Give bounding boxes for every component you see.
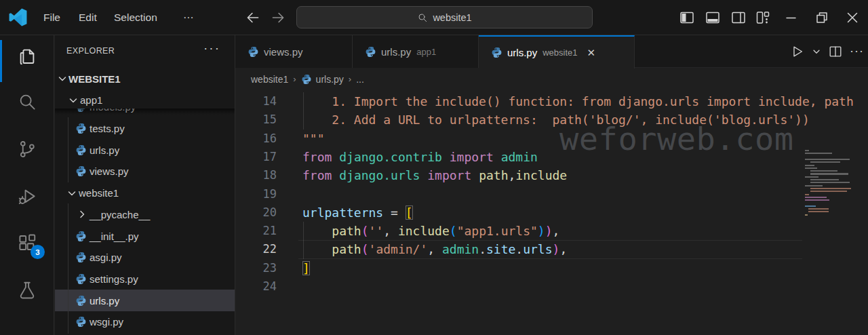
layout-panel-icon[interactable] (705, 9, 721, 26)
code-token: import (427, 168, 471, 182)
code-token: urlpatterns (302, 205, 383, 220)
line-number: 22 (235, 240, 277, 258)
tree-item-wsgipy[interactable]: wsgi.py (55, 311, 235, 333)
minimap-line (810, 182, 850, 183)
back-arrow-icon[interactable] (244, 9, 262, 26)
python-icon (75, 165, 87, 177)
code-token: ] (302, 261, 310, 275)
tree-item-urlspy[interactable]: urls.py (55, 139, 235, 161)
code-token: include (398, 224, 450, 238)
code-token: '' (369, 224, 384, 238)
tab-label: urls.py (507, 47, 537, 58)
code-line-15: 15 2. Add a URL to urlpatterns: path('bl… (235, 111, 802, 129)
code-line-24: 24 (235, 277, 802, 296)
close-icon[interactable] (844, 9, 861, 26)
line-number: 19 (235, 185, 277, 203)
search-value: website1 (433, 12, 471, 23)
code-token (302, 224, 332, 238)
forward-arrow-icon[interactable] (269, 9, 287, 26)
activity-bar: 3 (0, 35, 54, 335)
code-editor[interactable]: weforweb.com 14 1. Import the include() … (235, 90, 868, 335)
activitybar-item-testing[interactable] (0, 271, 54, 311)
line-number: 21 (235, 222, 277, 240)
tree-item-label: __init__.py (90, 231, 139, 242)
line-tokens: from django.contrib import admin (302, 148, 538, 166)
menu-edit[interactable]: Edit (75, 0, 101, 35)
python-icon (75, 316, 87, 328)
line-tokens: ] (302, 259, 310, 277)
tree-item-label: wsgi.py (90, 316, 123, 328)
vscode-logo-icon (9, 8, 27, 26)
tree-item-pycache[interactable]: __pycache__ (55, 203, 235, 225)
debug-icon (17, 186, 37, 209)
layout-sidebar-left-icon[interactable] (679, 9, 695, 26)
testing-icon (17, 280, 37, 302)
command-center-search[interactable]: website1 (296, 6, 593, 28)
python-icon (248, 46, 259, 58)
tab-urlspy-app1[interactable]: urls.pyapp1 (353, 35, 479, 68)
tree-item-viewspy[interactable]: views.py (55, 161, 235, 182)
sticky-scroll-shadow (55, 109, 235, 115)
line-tokens: urlpatterns = [ (302, 203, 413, 222)
tree-item-asgipy[interactable]: asgi.py (55, 247, 235, 269)
activitybar-item-explorer[interactable] (0, 37, 54, 77)
python-icon (75, 295, 87, 307)
editor-group: views.pyurls.pyapp1urls.pywebsite1✕ ··· … (235, 35, 868, 335)
code-token: path (479, 168, 508, 182)
tree-item-settingspy[interactable]: settings.py (55, 268, 235, 290)
breadcrumb-item[interactable]: urls.py (316, 74, 344, 85)
code-token: "app1.urls" (457, 224, 538, 238)
menu-selection[interactable]: Selection (110, 0, 161, 35)
tree-item-website1[interactable]: website1 (55, 182, 235, 204)
restore-icon[interactable] (814, 9, 830, 26)
activitybar-item-search[interactable] (0, 83, 54, 122)
activitybar-item-source-control[interactable] (0, 130, 54, 170)
source-control-icon (17, 139, 37, 161)
layout-customize-icon[interactable] (755, 9, 771, 26)
scrollbar-area[interactable] (860, 145, 868, 335)
tree-item-initpy[interactable]: __init__.py (55, 225, 235, 247)
minimap-line (810, 179, 839, 180)
tree-folder-app1[interactable]: app1 (55, 90, 235, 111)
tree-root-website1[interactable]: WEBSITE1 (55, 68, 235, 90)
tree-item-testspy[interactable]: tests.py (55, 118, 235, 140)
line-number: 16 (235, 130, 277, 148)
tree-item-label: __pycache__ (90, 209, 150, 220)
code-token: from (302, 150, 332, 164)
code-line-16: 16""" (235, 130, 802, 148)
python-icon (75, 273, 87, 285)
tree-item-label: asgi.py (90, 252, 122, 263)
tab-urlspy-website1[interactable]: urls.pywebsite1✕ (479, 35, 635, 68)
minimap[interactable] (802, 145, 860, 335)
minimize-icon[interactable] (783, 9, 800, 26)
more-actions[interactable]: ··· (850, 44, 864, 59)
breadcrumb-item[interactable]: website1 (251, 74, 288, 85)
minimap-line (805, 199, 829, 201)
code-token: include (515, 168, 567, 182)
code-token: from (302, 168, 332, 182)
menu-file[interactable]: File (39, 0, 64, 35)
python-icon (365, 46, 376, 58)
minimap-line (805, 159, 850, 160)
line-tokens: from django.urls import path,include (302, 166, 567, 184)
tab-viewspy[interactable]: views.py (235, 35, 353, 68)
activitybar-item-extensions[interactable]: 3 (0, 224, 54, 263)
chevron-down-icon (66, 188, 77, 199)
minimap-line (805, 153, 832, 154)
tree-item-label: views.py (90, 165, 129, 177)
activitybar-item-run-and-debug[interactable] (0, 178, 54, 217)
code-token: admin (501, 150, 538, 164)
breadcrumb-item[interactable]: ... (356, 74, 364, 85)
code-token: ) (538, 224, 545, 238)
breadcrumb-separator-icon: › (349, 74, 351, 84)
line-tokens: """ (302, 130, 325, 148)
code-token: django.contrib (339, 150, 442, 164)
run-button[interactable] (790, 44, 805, 59)
tab-close-icon[interactable]: ✕ (587, 47, 596, 59)
run-dropdown[interactable] (812, 47, 821, 56)
split-editor-button[interactable] (828, 44, 843, 59)
layout-sidebar-right-icon[interactable] (730, 9, 747, 26)
menu-[interactable]: ⋯ (179, 0, 198, 35)
minimap-line (810, 173, 848, 174)
tree-item-urlspy[interactable]: urls.py (55, 290, 235, 311)
